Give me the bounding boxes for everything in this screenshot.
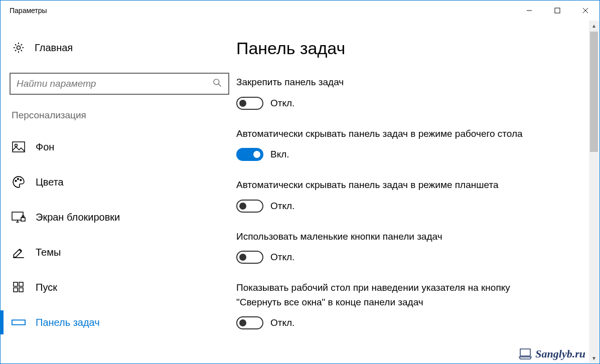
laptop-icon: [518, 348, 532, 360]
maximize-icon: [554, 8, 560, 14]
picture-icon: [12, 140, 26, 154]
toggle-small-buttons[interactable]: [236, 251, 263, 264]
svg-point-10: [18, 178, 19, 180]
setting-lock-taskbar: Закрепить панель задач Откл.: [236, 75, 585, 110]
svg-point-5: [214, 79, 219, 85]
setting-small-buttons: Использовать маленькие кнопки панели зад…: [236, 230, 585, 264]
sidebar: Главная Персонализация Фон: [1, 21, 236, 363]
svg-rect-20: [19, 288, 23, 292]
svg-point-8: [15, 144, 18, 147]
sidebar-item-lockscreen[interactable]: Экран блокировки: [10, 202, 232, 232]
toggle-state: Откл.: [270, 252, 294, 263]
page-title: Панель задач: [236, 39, 585, 58]
svg-rect-15: [21, 218, 25, 221]
close-icon: [582, 8, 588, 14]
sidebar-item-colors[interactable]: Цвета: [10, 167, 232, 197]
home-button[interactable]: Главная: [10, 41, 232, 55]
start-icon: [12, 280, 26, 294]
sidebar-item-label: Экран блокировки: [36, 212, 120, 223]
setting-label: Использовать маленькие кнопки панели зад…: [236, 230, 552, 244]
sidebar-item-label: Фон: [36, 141, 54, 153]
svg-rect-1: [555, 8, 560, 13]
sidebar-item-themes[interactable]: Темы: [10, 237, 232, 267]
svg-line-6: [219, 84, 221, 87]
svg-rect-18: [19, 282, 23, 286]
scrollbar[interactable]: ▲ ▼: [589, 21, 599, 363]
setting-autohide-desktop: Автоматически скрывать панель задач в ре…: [236, 127, 585, 161]
titlebar: Параметры: [1, 1, 599, 21]
toggle-autohide-tablet[interactable]: [236, 200, 263, 213]
scrollbar-down-icon[interactable]: ▼: [589, 353, 599, 363]
svg-rect-22: [520, 349, 530, 356]
watermark: Sanglyb.ru: [518, 347, 585, 360]
search-input[interactable]: [17, 78, 212, 89]
setting-label: Закрепить панель задач: [236, 75, 552, 90]
svg-rect-17: [14, 282, 18, 286]
toggle-peek-desktop[interactable]: [236, 316, 263, 329]
setting-label: Автоматически скрывать панель задач в ре…: [236, 178, 552, 193]
svg-point-11: [20, 179, 22, 181]
window-title: Параметры: [10, 7, 47, 15]
sidebar-item-label: Пуск: [36, 282, 57, 293]
maximize-button[interactable]: [543, 1, 571, 21]
svg-point-4: [17, 46, 21, 50]
minimize-icon: [526, 8, 532, 14]
palette-icon: [12, 175, 26, 189]
sidebar-item-taskbar[interactable]: Панель задач: [10, 307, 232, 337]
sidebar-item-label: Цвета: [36, 176, 64, 188]
close-button[interactable]: [571, 1, 599, 21]
taskbar-icon: [12, 315, 26, 329]
setting-autohide-tablet: Автоматически скрывать панель задач в ре…: [236, 178, 585, 213]
setting-label: Показывать рабочий стол при наведении ук…: [236, 281, 552, 309]
svg-rect-19: [14, 288, 18, 292]
toggle-state: Откл.: [270, 98, 294, 109]
sidebar-item-label: Темы: [36, 247, 61, 258]
home-label: Главная: [35, 42, 73, 54]
sidebar-item-background[interactable]: Фон: [10, 132, 232, 162]
setting-peek-desktop: Показывать рабочий стол при наведении ук…: [236, 281, 585, 329]
main-content: Панель задач Закрепить панель задач Откл…: [236, 21, 599, 363]
setting-label: Автоматически скрывать панель задач в ре…: [236, 127, 552, 141]
toggle-state: Вкл.: [270, 149, 289, 160]
watermark-text: Sanglyb.ru: [535, 347, 585, 360]
search-box[interactable]: [10, 73, 229, 95]
sidebar-item-label: Панель задач: [36, 317, 100, 328]
monitor-lock-icon: [12, 210, 26, 224]
svg-rect-21: [12, 320, 25, 324]
section-title: Персонализация: [10, 110, 232, 121]
svg-rect-7: [13, 142, 25, 152]
scrollbar-thumb[interactable]: [590, 32, 598, 152]
toggle-state: Откл.: [270, 317, 294, 328]
minimize-button[interactable]: [515, 1, 543, 21]
toggle-autohide-desktop[interactable]: [236, 148, 263, 161]
sidebar-item-start[interactable]: Пуск: [10, 272, 232, 302]
themes-icon: [12, 245, 26, 259]
toggle-lock-taskbar[interactable]: [236, 97, 263, 110]
svg-point-9: [15, 180, 17, 182]
scrollbar-up-icon[interactable]: ▲: [589, 21, 599, 31]
toggle-state: Откл.: [270, 201, 294, 212]
gear-icon: [12, 41, 26, 55]
window-controls: [515, 1, 599, 21]
search-icon: [212, 78, 222, 90]
